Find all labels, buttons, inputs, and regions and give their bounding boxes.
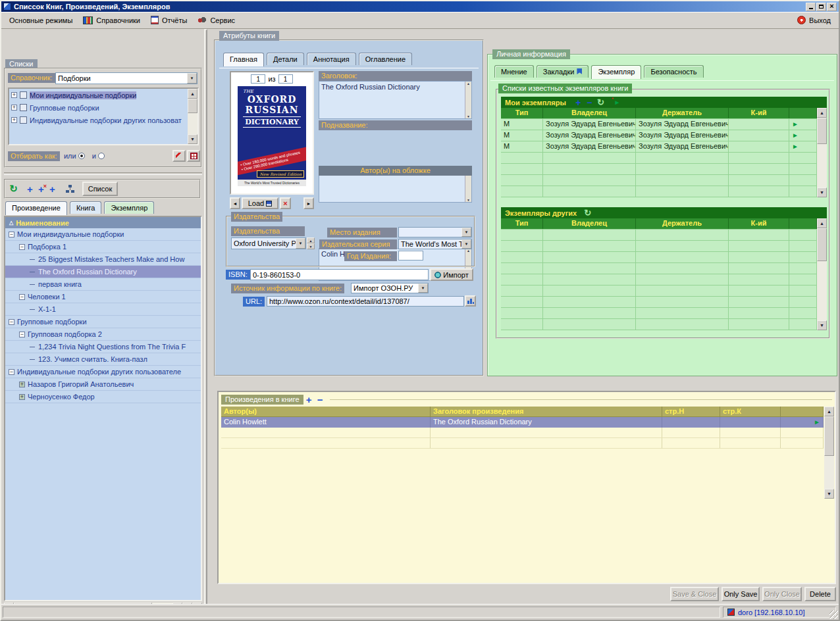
- tree-item[interactable]: Назаров Григорий Анатольевич: [5, 378, 201, 391]
- tab-copies[interactable]: Экземпляр: [591, 65, 641, 79]
- tab-contents[interactable]: Оглавление: [359, 53, 412, 65]
- add-icon[interactable]: [24, 184, 36, 195]
- tree-item[interactable]: 123. Учимся считать. Книга-пазл: [5, 353, 201, 366]
- collection-checkbox[interactable]: [20, 91, 27, 99]
- resize-grip[interactable]: [829, 610, 838, 619]
- dropdown-arrow-icon[interactable]: [418, 284, 428, 293]
- grid-filter-button[interactable]: [187, 150, 200, 162]
- series-select[interactable]: The World's Most Trusted: [398, 239, 472, 249]
- tree-item[interactable]: Человеки 1: [5, 291, 201, 303]
- scroll-thumb[interactable]: [817, 228, 827, 261]
- column-header[interactable]: К-ий: [729, 108, 789, 118]
- tree-item[interactable]: X-1-1: [5, 303, 201, 316]
- tree-item[interactable]: Групповые подборки: [5, 316, 201, 328]
- dropdown-arrow-icon[interactable]: [461, 239, 471, 249]
- column-header[interactable]: стр.К: [720, 407, 781, 417]
- collapse-icon[interactable]: [19, 294, 25, 300]
- collection-row[interactable]: Индивидуальные подборки других пользоват: [9, 114, 197, 126]
- scroll-down-icon[interactable]: [817, 320, 827, 330]
- add-copy-icon[interactable]: [573, 97, 584, 107]
- tree-item[interactable]: 25 Biggest Mistakes Teachers Make and Ho…: [5, 253, 201, 266]
- prev-cover-button[interactable]: [230, 197, 240, 209]
- dropdown-arrow-icon[interactable]: [296, 238, 305, 249]
- scroll-down-icon[interactable]: [188, 134, 197, 144]
- expand-icon[interactable]: [19, 382, 25, 387]
- copy-row[interactable]: МЗозуля Эдуард ЕвгеньевичЗозуля Эдуард Е…: [501, 119, 817, 130]
- remove-copy-icon[interactable]: [584, 97, 595, 107]
- collections-scrollbar[interactable]: [188, 89, 197, 144]
- collection-row[interactable]: Мои индивидуальные подборки: [9, 89, 197, 101]
- tree-header[interactable]: △Наименование: [5, 217, 201, 228]
- textarea-scrollbar[interactable]: [465, 82, 471, 118]
- collection-row[interactable]: Групповые подборки: [9, 101, 197, 114]
- tab-work[interactable]: Произведение: [5, 201, 67, 215]
- expand-icon[interactable]: [19, 394, 25, 400]
- list-button[interactable]: Список: [82, 182, 118, 196]
- column-header[interactable]: К-ий: [729, 218, 789, 229]
- column-header[interactable]: Держатель: [636, 108, 729, 118]
- tree-item[interactable]: 1,234 Trivia Night Questions from The Tr…: [5, 341, 201, 353]
- dropdown-arrow-icon[interactable]: [187, 73, 197, 84]
- save-close-button[interactable]: Save & Close: [670, 587, 719, 601]
- only-save-button[interactable]: Only Save: [722, 587, 760, 601]
- year-input[interactable]: [398, 251, 423, 261]
- url-input[interactable]: http://www.ozon.ru/context/detail/id/137…: [267, 296, 464, 307]
- collection-checkbox[interactable]: [20, 104, 27, 111]
- tab-main[interactable]: Главная: [223, 53, 264, 66]
- tree-item[interactable]: Индивидуальные подборки других пользоват…: [5, 366, 201, 378]
- edit-filter-button[interactable]: [172, 150, 186, 162]
- dropdown-arrow-icon[interactable]: [461, 228, 471, 237]
- menu-directories[interactable]: Справочники: [78, 14, 145, 26]
- refresh-icon[interactable]: [8, 184, 19, 195]
- hierarchy-icon[interactable]: [65, 184, 76, 195]
- scroll-up-icon[interactable]: [817, 218, 827, 228]
- column-header[interactable]: Владелец: [543, 218, 636, 229]
- close-button[interactable]: [827, 3, 837, 11]
- cancel-cover-button[interactable]: [280, 197, 291, 209]
- filter-or-radio[interactable]: [78, 153, 85, 159]
- scroll-up-icon[interactable]: [188, 89, 197, 99]
- isbn-input[interactable]: 0-19-860153-0: [250, 269, 429, 280]
- scroll-up-icon[interactable]: [824, 407, 834, 416]
- work-row-selected[interactable]: Colin Howlett The Oxford Russian Diction…: [221, 417, 824, 428]
- scroll-thumb[interactable]: [824, 416, 834, 456]
- refresh-copies-icon[interactable]: [595, 97, 606, 107]
- spin-up-icon[interactable]: [307, 237, 315, 243]
- my-copies-scrollbar[interactable]: [817, 108, 827, 197]
- delete-button[interactable]: Delete: [804, 587, 836, 601]
- column-header[interactable]: Тип: [501, 218, 543, 229]
- publisher-spinner[interactable]: [307, 237, 315, 249]
- column-header[interactable]: Тип: [501, 108, 543, 118]
- expand-icon[interactable]: [11, 92, 17, 98]
- remove-work-icon[interactable]: [315, 394, 326, 405]
- load-cover-button[interactable]: Load: [242, 197, 278, 209]
- collection-checkbox[interactable]: [20, 116, 27, 124]
- tree-item-selected[interactable]: The Oxford Russian Dictionary: [5, 266, 201, 278]
- tree-item[interactable]: первая книга: [5, 278, 201, 291]
- tab-security[interactable]: Безопасность: [644, 65, 703, 78]
- expand-icon[interactable]: [11, 105, 17, 111]
- place-select[interactable]: [398, 227, 472, 237]
- tab-details[interactable]: Детали: [267, 53, 304, 65]
- tab-bookmarks[interactable]: Закладки: [537, 65, 589, 78]
- publisher-select[interactable]: Oxford University Pre: [231, 237, 306, 249]
- goto-copy-icon[interactable]: [792, 120, 799, 128]
- collapse-icon[interactable]: [19, 244, 25, 250]
- tree-item[interactable]: Подборка 1: [5, 241, 201, 253]
- minimize-button[interactable]: [806, 3, 816, 11]
- scroll-thumb[interactable]: [188, 99, 197, 113]
- import-button[interactable]: Импорт: [430, 268, 473, 281]
- add-child-icon[interactable]: [47, 184, 58, 195]
- tab-book[interactable]: Книга: [70, 201, 102, 214]
- goto-copy-icon[interactable]: [792, 132, 799, 139]
- others-copies-scrollbar[interactable]: [817, 218, 827, 330]
- filter-and-radio[interactable]: [98, 153, 105, 159]
- menu-exit[interactable]: Выход: [792, 14, 836, 26]
- move-copy-icon[interactable]: *: [612, 97, 623, 107]
- tab-copy[interactable]: Экземпляр: [104, 201, 154, 214]
- collapse-icon[interactable]: [19, 332, 25, 337]
- tree-item[interactable]: Групповая подборка 2: [5, 328, 201, 341]
- expand-icon[interactable]: [11, 117, 17, 123]
- column-header[interactable]: Держатель: [636, 218, 729, 229]
- maximize-button[interactable]: [816, 3, 826, 11]
